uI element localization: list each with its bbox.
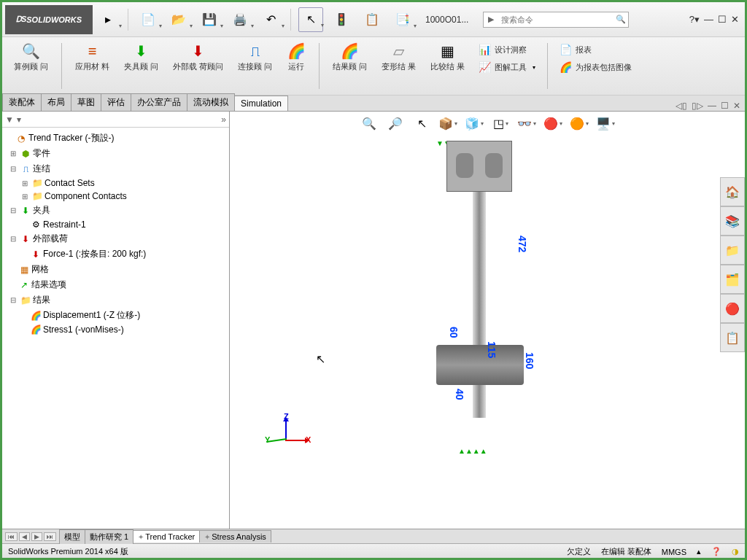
prev-view-icon[interactable]: ↖ <box>413 114 430 132</box>
workspace: ▼ ▾ » ◔Trend Tracker (-预設-) ⊞⬢零件 ⊟⎍连结 ⊞📁… <box>2 112 745 529</box>
window-controls: ?▾ — ☐ ✕ <box>689 14 742 25</box>
search-box[interactable]: ▶ 🔍 <box>483 12 629 28</box>
tree-connections[interactable]: ⊟⎍连结 <box>4 161 228 176</box>
view-orientation-icon[interactable]: 🧊 <box>465 114 483 132</box>
task-pane: 🏠 📚 📁 🗂️ 🔴 📋 <box>720 177 745 352</box>
tree-contact-sets[interactable]: ⊞📁Contact Sets <box>4 176 228 190</box>
tree-component-contacts[interactable]: ⊞📁Component Contacts <box>4 190 228 203</box>
doc-close-button[interactable]: ✕ <box>733 101 740 111</box>
tree-parts[interactable]: ⊞⬢零件 <box>4 146 228 161</box>
search-icon[interactable]: 🔍 <box>614 15 628 24</box>
scene-icon[interactable]: 🟠 <box>570 114 588 132</box>
bottom-tab-stress[interactable]: ✦Stress Analysis <box>199 530 271 542</box>
tree-root[interactable]: ◔Trend Tracker (-预設-) <box>4 131 228 146</box>
tree-restraint-1[interactable]: ⚙Restraint-1 <box>4 218 228 231</box>
report-button[interactable]: 📄报表 <box>558 42 633 58</box>
bottom-tab-motion[interactable]: 動作研究 1 <box>85 529 133 544</box>
tree-result-options[interactable]: ↗结果选项 <box>4 277 228 292</box>
run-button[interactable]: 🌈运行 <box>284 40 309 92</box>
study-advisor-button[interactable]: 🔍算例顾 问 <box>11 40 51 92</box>
appearance-icon[interactable]: 🔴 <box>544 114 562 132</box>
include-image-button[interactable]: 🌈为报表包括图像 <box>558 59 633 75</box>
viewport-next-icon[interactable]: ▯▷ <box>692 101 703 111</box>
app-logo: SOLIDWORKS <box>5 5 93 34</box>
menu-dropdown[interactable]: ▸ <box>96 7 120 32</box>
view-settings-icon[interactable]: 🖥️ <box>597 114 614 132</box>
tab-flow[interactable]: 流动模拟 <box>187 93 235 111</box>
axis-x-label: X <box>306 435 311 444</box>
minimize-button[interactable]: — <box>704 14 713 25</box>
options-button[interactable]: 📋 <box>360 7 384 32</box>
help-icon[interactable]: ?▾ <box>689 14 700 25</box>
flyout-icon[interactable]: ▾ <box>17 114 21 125</box>
axis-z-label: Z <box>284 412 289 421</box>
tree-force-1[interactable]: ⬇Force-1 (:按条目: 200 kgf:) <box>4 246 228 262</box>
status-dropdown-icon[interactable]: ▴ <box>697 547 701 556</box>
hide-show-icon[interactable]: 👓 <box>518 114 535 132</box>
rebuild-button[interactable]: 🚦 <box>329 7 354 32</box>
tab-nav-last[interactable]: ⏭ <box>44 532 56 541</box>
bottom-tab-trend[interactable]: ✦Trend Tracker <box>133 530 200 542</box>
tab-assembly[interactable]: 装配体 <box>2 93 42 111</box>
maximize-button[interactable]: ☐ <box>718 14 727 25</box>
doc-maximize-button[interactable]: ☐ <box>721 101 729 111</box>
bottom-tab-model[interactable]: 模型 <box>59 529 85 544</box>
feature-tree-panel: ▼ ▾ » ◔Trend Tracker (-预設-) ⊞⬢零件 ⊟⎍连结 ⊞📁… <box>2 112 230 529</box>
home-icon[interactable]: 🏠 <box>720 177 745 206</box>
select-button[interactable]: ↖ <box>298 7 323 32</box>
status-rebuild-icon[interactable]: ◑ <box>732 547 739 556</box>
tab-nav-next[interactable]: ▶ <box>31 532 42 541</box>
fixture-advisor-button[interactable]: ⬇夹具顾 问 <box>121 40 161 92</box>
custom-properties-icon[interactable]: 📋 <box>720 323 745 352</box>
tab-sketch[interactable]: 草图 <box>71 93 101 111</box>
display-style-icon[interactable]: ◳ <box>492 114 509 132</box>
tree-external-loads[interactable]: ⊟⬇外部载荷 <box>4 231 228 246</box>
ribbon: 🔍算例顾 问 ≡应用材 料 ⬇夹具顾 问 ⬇外部载 荷顾问 ⎍连接顾 问 🌈运行… <box>2 37 745 96</box>
tab-office[interactable]: 办公室产品 <box>131 93 187 111</box>
external-loads-button[interactable]: ⬇外部载 荷顾问 <box>170 40 226 92</box>
view-palette-icon[interactable]: 🗂️ <box>720 265 745 294</box>
apply-material-button[interactable]: ≡应用材 料 <box>72 40 112 92</box>
tab-layout[interactable]: 布局 <box>41 93 71 111</box>
compare-results-button[interactable]: ▦比较结 果 <box>427 40 468 92</box>
open-button[interactable]: 📂 <box>166 7 191 32</box>
filter-icon[interactable]: ▼ <box>5 114 14 125</box>
tree-fixtures[interactable]: ⊟⬇夹具 <box>4 203 228 218</box>
print-button[interactable]: 🖨️ <box>228 7 252 32</box>
zoom-area-icon[interactable]: 🔎 <box>387 114 404 132</box>
coordinate-triad: Z X Y <box>256 412 314 470</box>
appearances-icon[interactable]: 🔴 <box>720 294 745 323</box>
save-button[interactable]: 💾 <box>197 7 222 32</box>
file-explorer-icon[interactable]: 📁 <box>720 236 745 265</box>
status-help-icon[interactable]: ❓ <box>711 547 721 556</box>
connection-advisor-button[interactable]: ⎍连接顾 问 <box>235 40 275 92</box>
design-insight-button[interactable]: 📊设计洞察 <box>477 42 537 58</box>
search-input[interactable] <box>498 15 614 24</box>
section-view-icon[interactable]: 📦 <box>439 114 457 132</box>
graphics-area[interactable]: 🔍 🔎 ↖ 📦 🧊 ◳ 👓 🔴 🟠 🖥️ ▼▼▼▼▼▼ 472 60 115 4… <box>230 112 745 529</box>
deform-result-button: ▱变形结 果 <box>379 40 419 92</box>
new-button[interactable]: 📄 <box>136 7 160 32</box>
undo-button[interactable]: ↶ <box>258 7 283 32</box>
tab-nav-prev[interactable]: ◀ <box>19 532 30 541</box>
tree-results[interactable]: ⊟📁结果 <box>4 292 228 308</box>
settings-button[interactable]: 📑 <box>390 7 415 32</box>
design-library-icon[interactable]: 📚 <box>720 206 745 236</box>
tree-mesh[interactable]: ▦网格 <box>4 262 228 277</box>
viewport-prev-icon[interactable]: ◁▯ <box>676 101 687 111</box>
plot-tools-button[interactable]: 📈图解工具▾ <box>477 59 537 75</box>
doc-minimize-button[interactable]: — <box>708 101 716 111</box>
status-units[interactable]: MMGS <box>662 548 686 556</box>
tree-stress-1[interactable]: 🌈Stress1 (-vonMises-) <box>4 323 228 336</box>
tab-simulation[interactable]: Simulation <box>234 96 288 111</box>
view-toolbar: 🔍 🔎 ↖ 📦 🧊 ◳ 👓 🔴 🟠 🖥️ <box>360 114 614 132</box>
simulation-tree[interactable]: ◔Trend Tracker (-预設-) ⊞⬢零件 ⊟⎍连结 ⊞📁Contac… <box>2 128 229 529</box>
results-advisor-button[interactable]: 🌈结果顾 问 <box>330 40 370 92</box>
tab-nav-first[interactable]: ⏮ <box>5 532 18 541</box>
model-view: ▼▼▼▼▼▼ 472 60 115 40 160 ▲▲▲▲ <box>407 141 568 476</box>
close-button[interactable]: ✕ <box>731 14 739 25</box>
zoom-fit-icon[interactable]: 🔍 <box>360 114 378 132</box>
tab-evaluate[interactable]: 评估 <box>101 93 131 111</box>
tree-displacement-1[interactable]: 🌈Displacement1 (-Z 位移-) <box>4 308 228 323</box>
panel-expand-icon[interactable]: » <box>221 114 226 125</box>
